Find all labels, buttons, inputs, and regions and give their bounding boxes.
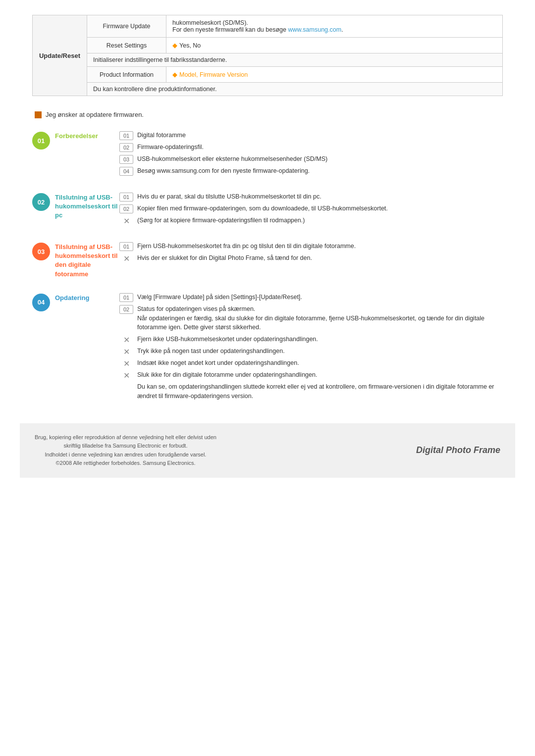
step-01-circle: 01 [32, 132, 50, 150]
sub-text: Hvis du er parat, skal du tilslutte USB-… [137, 192, 503, 202]
sub-text: Digital fotoramme [137, 131, 503, 140]
list-item: 02 Kopier filen med firmware-opdateringe… [119, 204, 503, 213]
sub-x-icon: ✕ [119, 335, 133, 344]
product-description: Du kan kontrollere dine produktinformati… [87, 83, 503, 96]
list-item: ✕ Du kan se, om opdateringshandlingen sl… [119, 382, 503, 401]
sub-x-icon: ✕ [119, 359, 133, 368]
sub-x-icon: ✕ [119, 371, 133, 380]
sub-num: 03 [119, 155, 133, 164]
list-item: ✕ Fjern ikke USB-hukommelseskortet under… [119, 335, 503, 344]
list-item: 01 Vælg [Firmware Update] på siden [Sett… [119, 293, 503, 302]
sub-num: 02 [119, 305, 133, 314]
reset-value: ◆Yes, No [166, 38, 503, 53]
steps-container: 01 Forberedelser 01 Digital fotoramme 02… [32, 131, 503, 403]
firmware-label: Firmware Update [87, 15, 166, 38]
sub-num: 02 [119, 204, 133, 213]
table-row-product: Product Information ◆Model, Firmware Ver… [33, 67, 503, 83]
list-item: ✕ Sluk ikke for din digitale fotoramme u… [119, 370, 503, 380]
footer: Brug, kopiering eller reproduktion af de… [20, 423, 515, 478]
step-02-title: Tilslutning af USB-hukommelseskort til p… [55, 192, 119, 220]
step-01: 01 Forberedelser 01 Digital fotoramme 02… [32, 131, 503, 178]
notice-text: Jeg ønsker at opdatere firmwaren. [46, 111, 144, 118]
sub-x-icon: ✕ [119, 347, 133, 356]
sub-text: Hvis der er slukket for din Digital Phot… [137, 253, 503, 263]
step-04-circle: 04 [32, 294, 50, 311]
step-04-title: Opdatering [55, 293, 119, 302]
sub-text: Status for opdateringen vises på skærmen… [137, 304, 503, 332]
sub-text: Firmware-opdateringsfil. [137, 143, 503, 152]
sub-text: Indsæt ikke noget andet kort under opdat… [137, 358, 503, 368]
sub-text: Du kan se, om opdateringshandlingen slut… [137, 382, 503, 401]
step-03: 03 Tilslutning af USB-hukommelseskort ti… [32, 242, 503, 279]
step-02: 02 Tilslutning af USB-hukommelseskort ti… [32, 192, 503, 228]
sub-num: 01 [119, 131, 133, 140]
sub-text: Fjern USB-hukommelseskortet fra din pc o… [137, 242, 503, 251]
list-item: 02 Status for opdateringen vises på skær… [119, 304, 503, 332]
step-03-circle: 03 [32, 243, 50, 260]
sub-text: (Sørg for at kopiere firmware-opdatering… [137, 216, 503, 225]
sub-text: USB-hukommelseskort eller eksterne hukom… [137, 154, 503, 164]
sub-num: 01 [119, 193, 133, 202]
table-row-firmware: Update/Reset Firmware Update hukommelses… [33, 15, 503, 38]
sub-num: 01 [119, 293, 133, 302]
list-item: 03 USB-hukommelseskort eller eksterne hu… [119, 154, 503, 164]
sub-text: Sluk ikke for din digitale fotoramme und… [137, 370, 503, 380]
table-row-product-desc: Du kan kontrollere dine produktinformati… [33, 83, 503, 96]
table-row-reset-desc: Initialiserer indstillingerne til fabrik… [33, 53, 503, 67]
step-03-items: 01 Fjern USB-hukommelseskortet fra din p… [119, 242, 503, 265]
firmware-value: hukommelseskort (SD/MS). For den nyeste … [166, 15, 503, 38]
sub-x-icon: ✕ [119, 216, 133, 225]
list-item: 04 Besøg www.samsung.com for den nyeste … [119, 166, 503, 176]
list-item: ✕ Indsæt ikke noget andet kort under opd… [119, 358, 503, 368]
sub-text: Kopier filen med firmware-opdateringen, … [137, 204, 503, 213]
list-item: ✕ Hvis der er slukket for din Digital Ph… [119, 253, 503, 263]
step-02-items: 01 Hvis du er parat, skal du tilslutte U… [119, 192, 503, 228]
step-04: 04 Opdatering 01 Vælg [Firmware Update] … [32, 293, 503, 403]
step-04-items: 01 Vælg [Firmware Update] på siden [Sett… [119, 293, 503, 403]
step-01-items: 01 Digital fotoramme 02 Firmware-opdater… [119, 131, 503, 178]
samsung-link[interactable]: www.samsung.com [288, 26, 341, 33]
section-label: Update/Reset [33, 15, 87, 96]
notice-line: Jeg ønsker at opdatere firmwaren. [35, 111, 515, 118]
sub-text: Besøg www.samsung.com for den nyeste fir… [137, 166, 503, 176]
sub-text: Tryk ikke på nogen tast under opdatering… [137, 347, 503, 356]
sub-num: 01 [119, 242, 133, 251]
product-value: ◆Model, Firmware Version [166, 67, 503, 83]
step-03-title: Tilslutning af USB-hukommelseskort til d… [55, 242, 119, 279]
reset-label: Reset Settings [87, 38, 166, 53]
sub-x-icon: ✕ [119, 254, 133, 263]
list-item: 01 Hvis du er parat, skal du tilslutte U… [119, 192, 503, 202]
step-01-title: Forberedelser [55, 131, 119, 141]
sub-num: 04 [119, 167, 133, 176]
reset-description: Initialiserer indstillingerne til fabrik… [87, 53, 503, 67]
step-02-circle: 02 [32, 193, 50, 211]
footer-text: Brug, kopiering eller reproduktion af de… [35, 433, 216, 468]
sub-num: 02 [119, 143, 133, 152]
product-label: Product Information [87, 67, 166, 83]
sub-text: Fjern ikke USB-hukommelseskortet under o… [137, 335, 503, 344]
list-item: 02 Firmware-opdateringsfil. [119, 143, 503, 152]
info-table: Update/Reset Firmware Update hukommelses… [32, 15, 503, 96]
list-item: ✕ (Sørg for at kopiere firmware-opdateri… [119, 216, 503, 225]
list-item: 01 Digital fotoramme [119, 131, 503, 140]
footer-brand: Digital Photo Frame [416, 445, 500, 455]
table-row-reset: Reset Settings ◆Yes, No [33, 38, 503, 53]
list-item: 01 Fjern USB-hukommelseskortet fra din p… [119, 242, 503, 251]
notice-icon [35, 111, 42, 118]
sub-text: Vælg [Firmware Update] på siden [Setting… [137, 293, 503, 302]
list-item: ✕ Tryk ikke på nogen tast under opdateri… [119, 347, 503, 356]
